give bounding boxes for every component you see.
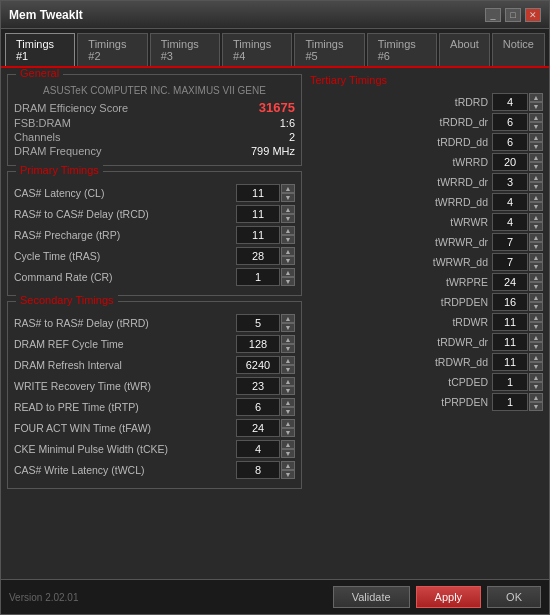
secondary-4-input[interactable] xyxy=(236,398,280,416)
tert-down-6[interactable]: ▼ xyxy=(529,222,543,231)
tert-down-7[interactable]: ▼ xyxy=(529,242,543,251)
tert-up-7[interactable]: ▲ xyxy=(529,233,543,242)
tert-up-4[interactable]: ▲ xyxy=(529,173,543,182)
primary-2-up-arrow[interactable]: ▲ xyxy=(281,226,295,235)
primary-0-up-arrow[interactable]: ▲ xyxy=(281,184,295,193)
secondary-2-down-arrow[interactable]: ▼ xyxy=(281,365,295,374)
secondary-7-down-arrow[interactable]: ▼ xyxy=(281,470,295,479)
tert-up-10[interactable]: ▲ xyxy=(529,293,543,302)
tert-input-11[interactable] xyxy=(492,313,528,331)
tab-timings6[interactable]: Timings #6 xyxy=(367,33,437,66)
tert-up-8[interactable]: ▲ xyxy=(529,253,543,262)
tert-up-9[interactable]: ▲ xyxy=(529,273,543,282)
secondary-4-up-arrow[interactable]: ▲ xyxy=(281,398,295,407)
secondary-2-up-arrow[interactable]: ▲ xyxy=(281,356,295,365)
tert-input-14[interactable] xyxy=(492,373,528,391)
secondary-7-up-arrow[interactable]: ▲ xyxy=(281,461,295,470)
tert-up-3[interactable]: ▲ xyxy=(529,153,543,162)
tert-down-12[interactable]: ▼ xyxy=(529,342,543,351)
primary-0-input[interactable] xyxy=(236,184,280,202)
secondary-7-input[interactable] xyxy=(236,461,280,479)
secondary-5-up-arrow[interactable]: ▲ xyxy=(281,419,295,428)
secondary-3-up-arrow[interactable]: ▲ xyxy=(281,377,295,386)
secondary-1-up-arrow[interactable]: ▲ xyxy=(281,335,295,344)
primary-4-down-arrow[interactable]: ▼ xyxy=(281,277,295,286)
primary-3-down-arrow[interactable]: ▼ xyxy=(281,256,295,265)
tert-input-10[interactable] xyxy=(492,293,528,311)
maximize-button[interactable]: □ xyxy=(505,8,521,22)
secondary-1-down-arrow[interactable]: ▼ xyxy=(281,344,295,353)
tert-input-4[interactable] xyxy=(492,173,528,191)
tert-input-12[interactable] xyxy=(492,333,528,351)
tab-timings4[interactable]: Timings #4 xyxy=(222,33,292,66)
primary-4-input[interactable] xyxy=(236,268,280,286)
tert-input-3[interactable] xyxy=(492,153,528,171)
tert-up-2[interactable]: ▲ xyxy=(529,133,543,142)
tert-input-1[interactable] xyxy=(492,113,528,131)
secondary-4-down-arrow[interactable]: ▼ xyxy=(281,407,295,416)
validate-button[interactable]: Validate xyxy=(333,586,410,608)
tab-timings2[interactable]: Timings #2 xyxy=(77,33,147,66)
tert-up-13[interactable]: ▲ xyxy=(529,353,543,362)
tert-down-4[interactable]: ▼ xyxy=(529,182,543,191)
tert-input-0[interactable] xyxy=(492,93,528,111)
tert-down-10[interactable]: ▼ xyxy=(529,302,543,311)
secondary-0-input[interactable] xyxy=(236,314,280,332)
tab-timings3[interactable]: Timings #3 xyxy=(150,33,220,66)
primary-4-up-arrow[interactable]: ▲ xyxy=(281,268,295,277)
close-button[interactable]: ✕ xyxy=(525,8,541,22)
ok-button[interactable]: OK xyxy=(487,586,541,608)
tert-up-15[interactable]: ▲ xyxy=(529,393,543,402)
primary-3-input[interactable] xyxy=(236,247,280,265)
primary-1-up-arrow[interactable]: ▲ xyxy=(281,205,295,214)
tert-up-12[interactable]: ▲ xyxy=(529,333,543,342)
apply-button[interactable]: Apply xyxy=(416,586,482,608)
minimize-button[interactable]: _ xyxy=(485,8,501,22)
tert-input-7[interactable] xyxy=(492,233,528,251)
primary-2-down-arrow[interactable]: ▼ xyxy=(281,235,295,244)
tert-down-1[interactable]: ▼ xyxy=(529,122,543,131)
secondary-0-down-arrow[interactable]: ▼ xyxy=(281,323,295,332)
secondary-3-input[interactable] xyxy=(236,377,280,395)
secondary-6-input[interactable] xyxy=(236,440,280,458)
secondary-5-input[interactable] xyxy=(236,419,280,437)
tert-down-9[interactable]: ▼ xyxy=(529,282,543,291)
tert-down-14[interactable]: ▼ xyxy=(529,382,543,391)
tert-up-6[interactable]: ▲ xyxy=(529,213,543,222)
tert-input-15[interactable] xyxy=(492,393,528,411)
tert-input-6[interactable] xyxy=(492,213,528,231)
tert-up-1[interactable]: ▲ xyxy=(529,113,543,122)
tab-timings5[interactable]: Timings #5 xyxy=(294,33,364,66)
primary-1-down-arrow[interactable]: ▼ xyxy=(281,214,295,223)
primary-2-input[interactable] xyxy=(236,226,280,244)
secondary-2-input[interactable] xyxy=(236,356,280,374)
tert-up-11[interactable]: ▲ xyxy=(529,313,543,322)
tert-down-11[interactable]: ▼ xyxy=(529,322,543,331)
secondary-3-down-arrow[interactable]: ▼ xyxy=(281,386,295,395)
secondary-1-input[interactable] xyxy=(236,335,280,353)
tab-notice[interactable]: Notice xyxy=(492,33,545,66)
tert-up-14[interactable]: ▲ xyxy=(529,373,543,382)
secondary-6-up-arrow[interactable]: ▲ xyxy=(281,440,295,449)
tert-input-13[interactable] xyxy=(492,353,528,371)
tert-down-0[interactable]: ▼ xyxy=(529,102,543,111)
tert-input-5[interactable] xyxy=(492,193,528,211)
tert-input-8[interactable] xyxy=(492,253,528,271)
secondary-0-up-arrow[interactable]: ▲ xyxy=(281,314,295,323)
tert-down-3[interactable]: ▼ xyxy=(529,162,543,171)
primary-0-down-arrow[interactable]: ▼ xyxy=(281,193,295,202)
tab-timings1[interactable]: Timings #1 xyxy=(5,33,75,66)
primary-1-input[interactable] xyxy=(236,205,280,223)
tert-down-8[interactable]: ▼ xyxy=(529,262,543,271)
tert-input-9[interactable] xyxy=(492,273,528,291)
tert-up-0[interactable]: ▲ xyxy=(529,93,543,102)
tert-down-2[interactable]: ▼ xyxy=(529,142,543,151)
tert-down-5[interactable]: ▼ xyxy=(529,202,543,211)
tab-about[interactable]: About xyxy=(439,33,490,66)
secondary-6-down-arrow[interactable]: ▼ xyxy=(281,449,295,458)
tert-down-13[interactable]: ▼ xyxy=(529,362,543,371)
primary-3-up-arrow[interactable]: ▲ xyxy=(281,247,295,256)
secondary-5-down-arrow[interactable]: ▼ xyxy=(281,428,295,437)
tert-down-15[interactable]: ▼ xyxy=(529,402,543,411)
tert-input-2[interactable] xyxy=(492,133,528,151)
